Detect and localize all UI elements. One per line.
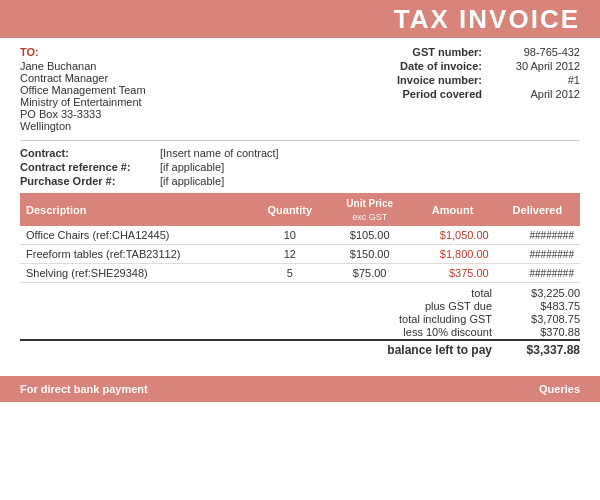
- table-header-row: Description Quantity Unit Price exc GST …: [20, 193, 580, 226]
- invoice-number-label: Invoice number:: [370, 74, 490, 86]
- gst-total-label: plus GST due: [320, 300, 500, 312]
- gst-label: GST number:: [370, 46, 490, 58]
- row-unit-price: $150.00: [329, 245, 410, 264]
- invoice-page: TAX INVOICE TO: Jane Buchanan Contract M…: [0, 0, 600, 500]
- invoice-number-value: #1: [490, 74, 580, 86]
- including-gst-label: total including GST: [320, 313, 500, 325]
- discount-row: less 10% discount $370.88: [20, 326, 580, 338]
- period-label: Period covered: [370, 88, 490, 100]
- including-gst-row: total including GST $3,708.75: [20, 313, 580, 325]
- date-label: Date of invoice:: [370, 60, 490, 72]
- contract-ref-value: [if applicable]: [160, 161, 224, 173]
- row-amount: $375.00: [410, 264, 494, 283]
- recipient-address: PO Box 33-3333: [20, 108, 300, 120]
- contract-name-row: Contract: [Insert name of contract]: [20, 147, 580, 159]
- invoice-title: TAX INVOICE: [394, 4, 580, 35]
- footer-left: For direct bank payment: [20, 383, 148, 395]
- gst-value: 98-765-432: [490, 46, 580, 58]
- footer-right: Queries: [539, 383, 580, 395]
- col-header-delivered: Delivered: [495, 193, 580, 226]
- row-quantity: 12: [251, 245, 329, 264]
- gst-row: GST number: 98-765-432: [300, 46, 580, 58]
- row-delivered: ########: [495, 245, 580, 264]
- date-value: 30 April 2012: [490, 60, 580, 72]
- recipient-team: Office Management Team: [20, 84, 300, 96]
- invoice-table: Description Quantity Unit Price exc GST …: [20, 193, 580, 283]
- col-header-amount: Amount: [410, 193, 494, 226]
- row-unit-price: $75.00: [329, 264, 410, 283]
- totals-section: total $3,225.00 plus GST due $483.75 tot…: [20, 287, 580, 358]
- gst-total-row: plus GST due $483.75: [20, 300, 580, 312]
- unit-price-label: Unit Price: [346, 198, 393, 209]
- recipient-name: Jane Buchanan: [20, 60, 300, 72]
- gst-total-value: $483.75: [500, 300, 580, 312]
- row-description: Office Chairs (ref:CHA12445): [20, 226, 251, 245]
- recipient-role: Contract Manager: [20, 72, 300, 84]
- invoice-number-row: Invoice number: #1: [300, 74, 580, 86]
- total-row: total $3,225.00: [20, 287, 580, 299]
- balance-label: balance left to pay: [320, 343, 500, 357]
- row-quantity: 5: [251, 264, 329, 283]
- contract-label: Contract:: [20, 147, 160, 159]
- unit-price-sub-label: exc GST: [352, 212, 387, 222]
- recipient-org: Ministry of Entertainment: [20, 96, 300, 108]
- discount-value: $370.88: [500, 326, 580, 338]
- table-row: Office Chairs (ref:CHA12445) 10 $105.00 …: [20, 226, 580, 245]
- col-header-unit-price: Unit Price exc GST: [329, 193, 410, 226]
- to-label: TO:: [20, 46, 300, 58]
- footer-bar: For direct bank payment Queries: [0, 376, 600, 402]
- balance-value: $3,337.88: [500, 343, 580, 357]
- row-amount: $1,050.00: [410, 226, 494, 245]
- period-row: Period covered April 2012: [300, 88, 580, 100]
- row-description: Shelving (ref:SHE29348): [20, 264, 251, 283]
- row-delivered: ########: [495, 226, 580, 245]
- row-delivered: ########: [495, 264, 580, 283]
- po-label: Purchase Order #:: [20, 175, 160, 187]
- row-description: Freeform tables (ref:TAB23112): [20, 245, 251, 264]
- invoice-details: GST number: 98-765-432 Date of invoice: …: [300, 46, 580, 132]
- including-gst-value: $3,708.75: [500, 313, 580, 325]
- contract-ref-label: Contract reference #:: [20, 161, 160, 173]
- total-label: total: [320, 287, 500, 299]
- balance-row: balance left to pay $3,337.88: [20, 339, 580, 357]
- period-value: April 2012: [490, 88, 580, 100]
- recipient-info: TO: Jane Buchanan Contract Manager Offic…: [20, 46, 300, 132]
- total-value: $3,225.00: [500, 287, 580, 299]
- row-amount: $1,800.00: [410, 245, 494, 264]
- table-row: Shelving (ref:SHE29348) 5 $75.00 $375.00…: [20, 264, 580, 283]
- contract-ref-row: Contract reference #: [if applicable]: [20, 161, 580, 173]
- date-row: Date of invoice: 30 April 2012: [300, 60, 580, 72]
- to-section: TO: Jane Buchanan Contract Manager Offic…: [20, 46, 580, 132]
- content-area: TO: Jane Buchanan Contract Manager Offic…: [0, 38, 600, 372]
- po-row: Purchase Order #: [if applicable]: [20, 175, 580, 187]
- table-row: Freeform tables (ref:TAB23112) 12 $150.0…: [20, 245, 580, 264]
- col-header-quantity: Quantity: [251, 193, 329, 226]
- discount-label: less 10% discount: [320, 326, 500, 338]
- col-header-description: Description: [20, 193, 251, 226]
- po-value: [if applicable]: [160, 175, 224, 187]
- header-bar: TAX INVOICE: [0, 0, 600, 38]
- contract-section: Contract: [Insert name of contract] Cont…: [20, 140, 580, 187]
- row-quantity: 10: [251, 226, 329, 245]
- row-unit-price: $105.00: [329, 226, 410, 245]
- recipient-city: Wellington: [20, 120, 300, 132]
- contract-value: [Insert name of contract]: [160, 147, 279, 159]
